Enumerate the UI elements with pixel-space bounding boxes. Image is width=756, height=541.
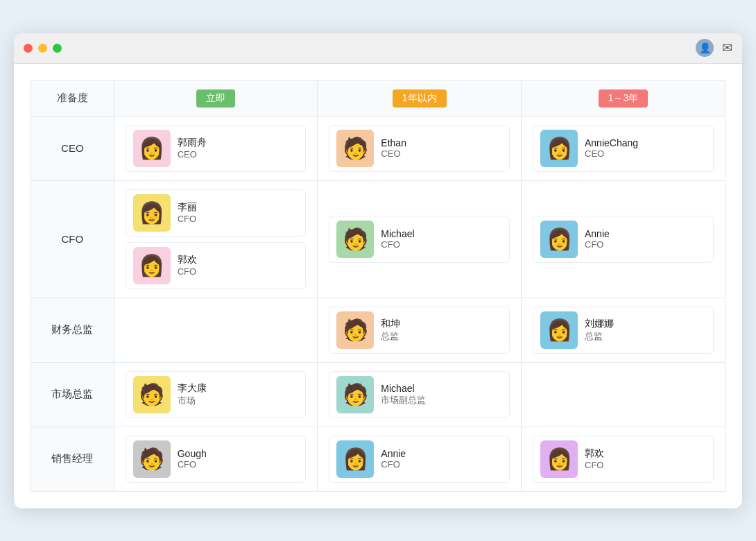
person-avatar: 👩 bbox=[133, 247, 171, 284]
cell-content: 👩郭欢CFO bbox=[533, 436, 714, 483]
traffic-lights bbox=[24, 44, 62, 53]
person-role: CFO bbox=[585, 460, 604, 470]
table-row: CEO👩郭雨舟CEO🧑EthanCEO👩AnnieChangCEO bbox=[31, 116, 725, 180]
maximize-button[interactable] bbox=[53, 44, 62, 53]
row-label-3: 市场总监 bbox=[31, 362, 114, 427]
person-info: AnnieCFO bbox=[381, 448, 406, 470]
main-content: 准备度 立即 1年以内 1～3年 CEO👩郭雨舟CEO🧑EthanCEO👩Ann… bbox=[14, 64, 742, 508]
person-name: Annie bbox=[585, 228, 610, 239]
person-info: Michael市场副总监 bbox=[381, 383, 426, 406]
person-name: 郭雨舟 bbox=[178, 137, 207, 149]
person-name: 郭欢 bbox=[178, 254, 197, 266]
person-card[interactable]: 🧑和坤总监 bbox=[329, 307, 510, 354]
person-card[interactable]: 👩郭雨舟CEO bbox=[126, 125, 307, 172]
person-name: Ethan bbox=[381, 137, 406, 148]
person-card[interactable]: 👩AnnieCFO bbox=[329, 436, 510, 483]
person-avatar: 🧑 bbox=[336, 311, 374, 349]
header-immediate: 立即 bbox=[114, 80, 318, 116]
person-info: 李丽CFO bbox=[178, 201, 197, 224]
person-card[interactable]: 🧑李大康市场 bbox=[126, 371, 307, 418]
cell: 🧑EthanCEO bbox=[318, 116, 522, 180]
titlebar: 👤 ✉ bbox=[14, 33, 742, 64]
person-card[interactable]: 👩郭欢CFO bbox=[533, 436, 714, 483]
cell-content: 🧑GoughCFO bbox=[126, 436, 307, 483]
person-role: 总监 bbox=[381, 330, 400, 343]
header-oneyear: 1年以内 bbox=[318, 80, 522, 116]
cell-content: 🧑EthanCEO bbox=[329, 125, 510, 172]
person-card[interactable]: 👩AnnieCFO bbox=[533, 216, 714, 263]
header-threeyear: 1～3年 bbox=[522, 80, 725, 116]
cell: 🧑MichaelCFO bbox=[318, 180, 522, 298]
cell-content: 🧑和坤总监 bbox=[329, 307, 510, 354]
person-info: AnnieChangCEO bbox=[585, 137, 638, 159]
person-avatar: 🧑 bbox=[133, 440, 171, 478]
cell: 👩刘娜娜总监 bbox=[522, 298, 725, 362]
person-avatar: 👩 bbox=[133, 130, 171, 167]
person-info: 刘娜娜总监 bbox=[585, 318, 614, 343]
person-info: EthanCEO bbox=[381, 137, 406, 159]
person-name: Michael bbox=[381, 228, 414, 239]
table-row: 财务总监🧑和坤总监👩刘娜娜总监 bbox=[31, 298, 725, 362]
person-card[interactable]: 🧑GoughCFO bbox=[126, 436, 307, 483]
person-role: CEO bbox=[381, 148, 406, 159]
badge-oneyear: 1年以内 bbox=[393, 89, 447, 108]
person-info: 和坤总监 bbox=[381, 318, 400, 343]
person-avatar: 👩 bbox=[540, 440, 578, 478]
cell bbox=[522, 362, 725, 427]
person-card[interactable]: 👩郭欢CFO bbox=[126, 242, 307, 289]
person-role: 市场 bbox=[178, 395, 207, 407]
person-name: 和坤 bbox=[381, 318, 400, 330]
person-card[interactable]: 🧑EthanCEO bbox=[329, 125, 510, 172]
table-row: 销售经理🧑GoughCFO👩AnnieCFO👩郭欢CFO bbox=[31, 427, 725, 491]
person-card[interactable]: 👩李丽CFO bbox=[126, 189, 307, 237]
person-name: 李丽 bbox=[178, 201, 197, 214]
cell: 👩AnnieCFO bbox=[318, 427, 522, 491]
person-avatar: 🧑 bbox=[336, 221, 374, 258]
person-role: CFO bbox=[381, 459, 406, 470]
person-info: GoughCFO bbox=[178, 448, 207, 470]
person-avatar: 👩 bbox=[336, 440, 374, 478]
table-row: CFO👩李丽CFO👩郭欢CFO🧑MichaelCFO👩AnnieCFO bbox=[31, 180, 725, 298]
person-role: CFO bbox=[381, 239, 414, 250]
user-avatar[interactable]: 👤 bbox=[696, 39, 714, 57]
person-info: 郭欢CFO bbox=[585, 447, 604, 470]
titlebar-right: 👤 ✉ bbox=[696, 39, 732, 57]
person-role: 市场副总监 bbox=[381, 394, 426, 406]
cell-content: 👩AnnieCFO bbox=[329, 436, 510, 483]
cell: 👩李丽CFO👩郭欢CFO bbox=[114, 180, 318, 298]
cell-content: 🧑MichaelCFO bbox=[329, 216, 510, 263]
person-role: CEO bbox=[585, 148, 638, 159]
cell: 🧑GoughCFO bbox=[114, 427, 318, 491]
cell-content: 👩郭雨舟CEO bbox=[126, 125, 307, 172]
row-label-0: CEO bbox=[31, 116, 114, 180]
row-label-1: CFO bbox=[31, 180, 114, 298]
person-avatar: 🧑 bbox=[336, 376, 374, 413]
cell: 🧑和坤总监 bbox=[318, 298, 522, 362]
cell: 👩AnnieCFO bbox=[522, 180, 725, 298]
badge-immediate: 立即 bbox=[196, 89, 235, 108]
person-card[interactable]: 👩AnnieChangCEO bbox=[533, 125, 714, 172]
cell-content: 👩李丽CFO👩郭欢CFO bbox=[126, 189, 307, 289]
succession-table: 准备度 立即 1年以内 1～3年 CEO👩郭雨舟CEO🧑EthanCEO👩Ann… bbox=[31, 80, 725, 492]
close-button[interactable] bbox=[24, 44, 33, 53]
cell: 👩AnnieChangCEO bbox=[522, 116, 725, 180]
person-info: MichaelCFO bbox=[381, 228, 414, 250]
person-card[interactable]: 👩刘娜娜总监 bbox=[533, 307, 714, 354]
header-readiness: 准备度 bbox=[31, 80, 114, 116]
person-card[interactable]: 🧑Michael市场副总监 bbox=[329, 371, 510, 418]
person-role: CFO bbox=[178, 214, 197, 224]
person-role: CFO bbox=[178, 266, 197, 277]
cell-content: 🧑Michael市场副总监 bbox=[329, 371, 510, 418]
person-card[interactable]: 🧑MichaelCFO bbox=[329, 216, 510, 263]
mail-icon[interactable]: ✉ bbox=[722, 40, 732, 55]
cell bbox=[114, 298, 318, 362]
person-role: CEO bbox=[178, 149, 207, 160]
cell: 👩郭欢CFO bbox=[522, 427, 725, 491]
cell-content: 🧑李大康市场 bbox=[126, 371, 307, 418]
person-name: AnnieChang bbox=[585, 137, 638, 148]
person-avatar: 👩 bbox=[540, 311, 578, 349]
person-info: AnnieCFO bbox=[585, 228, 610, 250]
person-avatar: 👩 bbox=[540, 221, 578, 258]
person-name: Annie bbox=[381, 448, 406, 459]
minimize-button[interactable] bbox=[38, 44, 47, 53]
